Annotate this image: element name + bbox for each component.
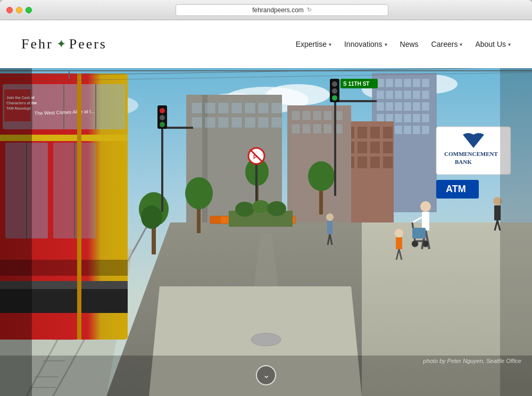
nav-link-innovations[interactable]: Innovations ▾ <box>344 40 387 48</box>
svg-rect-182 <box>0 68 32 396</box>
logo-text-left: Fehr <box>21 36 53 52</box>
nav-item-expertise[interactable]: Expertise ▾ <box>296 40 331 48</box>
svg-rect-70 <box>231 117 242 128</box>
nav-link-expertise[interactable]: Expertise ▾ <box>296 40 331 48</box>
svg-point-136 <box>160 115 165 120</box>
svg-rect-42 <box>370 127 380 138</box>
svg-point-137 <box>160 122 165 127</box>
nav-item-about[interactable]: About Us ▾ <box>475 40 511 48</box>
svg-rect-122 <box>77 73 81 340</box>
svg-rect-51 <box>383 156 393 168</box>
nav-link-news[interactable]: News <box>400 40 419 48</box>
svg-point-131 <box>308 161 335 191</box>
url-bar[interactable]: fehrandpeers.com ↻ <box>176 4 388 16</box>
svg-rect-66 <box>271 103 282 113</box>
svg-rect-157 <box>422 212 429 230</box>
svg-rect-146 <box>255 164 257 207</box>
nav-link-careers[interactable]: Careers ▾ <box>431 40 463 48</box>
svg-rect-60 <box>192 103 202 113</box>
svg-rect-38 <box>422 126 429 134</box>
logo-text-right: Peers <box>69 36 107 52</box>
chevron-down-icon: ▾ <box>329 42 331 47</box>
svg-rect-78 <box>323 111 332 120</box>
svg-rect-82 <box>313 124 321 134</box>
svg-point-178 <box>252 200 269 213</box>
svg-rect-29 <box>395 114 402 122</box>
hero-image: COMMENCEMENT BANK ATM <box>0 20 532 396</box>
svg-rect-67 <box>192 117 202 128</box>
svg-rect-72 <box>258 117 269 128</box>
svg-rect-64 <box>245 103 255 113</box>
chevron-down-icon: ▾ <box>508 42 511 47</box>
hero-section: COMMENCEMENT BANK ATM <box>0 20 532 396</box>
nav-item-news[interactable]: News <box>400 40 419 48</box>
scroll-down-button[interactable]: ⌄ <box>256 365 276 385</box>
svg-rect-14 <box>422 79 429 87</box>
maximize-button[interactable] <box>26 7 32 13</box>
svg-point-179 <box>267 201 286 216</box>
chevron-down-icon: ▾ <box>385 42 387 47</box>
svg-rect-35 <box>395 126 402 134</box>
svg-point-156 <box>420 201 431 212</box>
svg-rect-24 <box>404 102 411 111</box>
svg-rect-12 <box>404 79 411 87</box>
svg-point-161 <box>412 241 418 247</box>
website-content: COMMENCEMENT BANK ATM <box>0 20 532 396</box>
svg-rect-28 <box>386 114 393 122</box>
svg-text:ATM: ATM <box>446 184 466 194</box>
nav-link-about[interactable]: About Us ▾ <box>475 40 511 48</box>
svg-rect-19 <box>413 90 420 99</box>
svg-rect-16 <box>386 90 393 99</box>
svg-point-168 <box>326 213 334 221</box>
svg-point-142 <box>332 88 337 94</box>
svg-rect-47 <box>383 142 393 153</box>
svg-rect-169 <box>327 221 332 234</box>
url-text: fehrandpeers.com <box>252 6 304 14</box>
traffic-lights <box>6 7 32 13</box>
svg-rect-65 <box>258 103 269 113</box>
svg-rect-11 <box>395 79 402 87</box>
svg-rect-165 <box>396 237 402 249</box>
svg-rect-27 <box>377 114 384 122</box>
svg-point-125 <box>141 205 162 229</box>
svg-rect-69 <box>218 117 229 128</box>
svg-text:S 11TH ST: S 11TH ST <box>343 81 369 87</box>
svg-rect-20 <box>422 90 429 99</box>
svg-rect-13 <box>413 79 420 87</box>
svg-rect-152 <box>210 216 221 224</box>
browser-titlebar: fehrandpeers.com ↻ <box>0 0 532 20</box>
svg-rect-31 <box>413 114 420 122</box>
svg-point-141 <box>332 81 337 87</box>
svg-rect-132 <box>161 127 163 212</box>
close-button[interactable] <box>6 7 13 13</box>
navigation: Fehr ✦ Peers Expertise ▾ Innovations ▾ <box>0 20 532 68</box>
svg-rect-138 <box>334 100 336 196</box>
svg-rect-17 <box>395 90 402 99</box>
svg-rect-9 <box>377 79 384 87</box>
nav-item-innovations[interactable]: Innovations ▾ <box>344 40 387 48</box>
svg-rect-21 <box>377 102 384 111</box>
svg-point-162 <box>422 241 429 247</box>
svg-rect-41 <box>358 127 367 138</box>
nav-links: Expertise ▾ Innovations ▾ News <box>296 40 511 48</box>
svg-point-135 <box>160 108 165 113</box>
svg-rect-81 <box>302 124 311 134</box>
logo-separator-icon: ✦ <box>56 37 66 51</box>
svg-text:COMMENCEMENT: COMMENCEMENT <box>444 151 498 157</box>
svg-rect-46 <box>370 142 380 153</box>
nav-item-careers[interactable]: Careers ▾ <box>431 40 463 48</box>
svg-rect-63 <box>231 103 242 113</box>
minimize-button[interactable] <box>16 7 22 13</box>
svg-rect-163 <box>412 228 426 238</box>
browser-chrome: fehrandpeers.com ↻ <box>0 0 532 20</box>
refresh-icon[interactable]: ↻ <box>307 6 312 13</box>
svg-rect-18 <box>404 90 411 99</box>
chevron-down-icon: ▾ <box>460 42 462 47</box>
svg-point-127 <box>185 177 213 209</box>
svg-rect-15 <box>377 90 384 99</box>
svg-rect-62 <box>218 103 229 113</box>
browser-window: fehrandpeers.com ↻ <box>0 0 532 396</box>
svg-rect-83 <box>323 124 332 134</box>
svg-rect-43 <box>383 127 393 138</box>
svg-rect-25 <box>413 102 420 111</box>
